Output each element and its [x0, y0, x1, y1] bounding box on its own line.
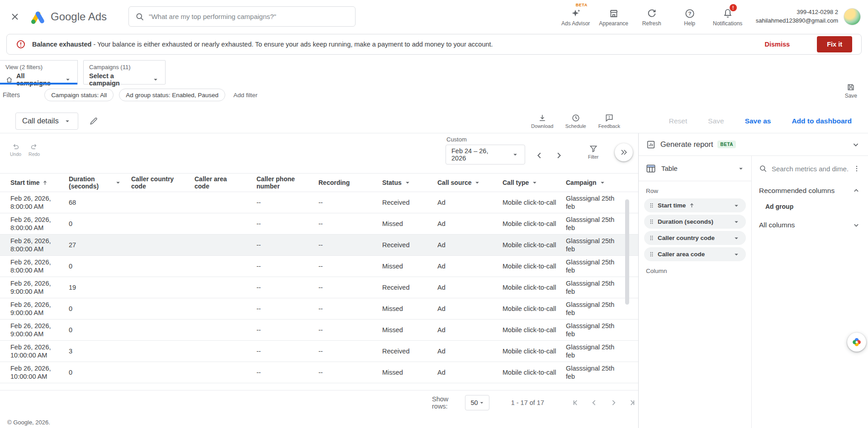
date-range-select[interactable]: Feb 24 – 26, 2026 — [446, 145, 525, 165]
more-options-icon[interactable] — [853, 165, 861, 173]
column-header[interactable]: Call source — [437, 174, 503, 192]
collapse-panel-button[interactable] — [615, 143, 633, 161]
avatar[interactable] — [844, 8, 861, 25]
column-header[interactable]: Start time — [10, 174, 69, 192]
table-cell — [382, 383, 437, 390]
drag-handle-icon[interactable] — [648, 218, 655, 225]
table-cell: -- — [318, 235, 382, 255]
table-row[interactable]: Feb 26, 2026, 9:00:00 AM0----MissedAdMob… — [0, 298, 638, 320]
metrics-search-input[interactable] — [772, 165, 848, 173]
table-row[interactable]: Feb 26, 2026, 8:00:00 AM27----ReceivedAd… — [0, 235, 638, 256]
panel-header[interactable]: Generate report BETA — [639, 133, 868, 156]
topbar-help-button[interactable]: ?Help — [671, 6, 709, 27]
column-header[interactable]: Duration (seconds) — [69, 174, 131, 192]
table-cell: Received — [382, 235, 437, 255]
drag-handle-icon[interactable] — [648, 202, 655, 209]
page-size-select[interactable]: 50 — [465, 395, 489, 410]
add-filter-button[interactable]: Add filter — [233, 92, 257, 99]
all-columns-toggle[interactable]: All columns — [752, 216, 868, 235]
fix-it-button[interactable]: Fix it — [817, 36, 852, 52]
column-header[interactable]: Recording — [318, 174, 382, 192]
help-icon: ? — [684, 8, 695, 19]
topbar-notifications-button[interactable]: !Notifications — [709, 6, 747, 27]
topbar-search[interactable] — [128, 6, 356, 27]
chevron-down-icon — [403, 179, 412, 187]
table-cell: Ad — [437, 213, 503, 234]
chevron-down-icon[interactable] — [851, 140, 861, 150]
chevron-down-icon — [598, 179, 607, 187]
search-input[interactable] — [149, 13, 349, 20]
chevron-down-icon — [732, 234, 740, 242]
column-header[interactable]: Caller phone number — [256, 174, 318, 192]
table-cell: Ad — [437, 235, 503, 255]
chevron-right-icon — [554, 151, 564, 160]
feedback-button[interactable]: Feedback — [596, 113, 623, 129]
table-cell: Glasssignal 25th feb — [566, 256, 628, 277]
table-cell: Received — [382, 277, 437, 298]
topbar-refresh-button[interactable]: Refresh — [633, 6, 671, 27]
assistant-fab-button[interactable] — [847, 333, 866, 352]
table-cell — [194, 192, 256, 213]
first-page-button[interactable] — [569, 397, 581, 409]
account-info[interactable]: 399-412-0298 2 sahilahmed123890@gmail.co… — [756, 8, 838, 24]
drag-handle-icon[interactable] — [648, 235, 655, 241]
table-row[interactable]: Feb 26, 2026, 8:00:00 AM0----MissedAdMob… — [0, 213, 638, 235]
previous-range-button[interactable] — [530, 146, 549, 165]
table-cell: Received — [382, 341, 437, 362]
add-to-dashboard-button[interactable]: Add to dashboard — [792, 117, 852, 125]
metrics-search[interactable] — [752, 156, 868, 181]
sort-ascending-icon — [688, 202, 695, 209]
drag-handle-icon[interactable] — [648, 251, 655, 258]
topbar-ads-advisor-button[interactable]: BETAAds Advisor — [557, 6, 595, 27]
table-row[interactable]: Feb 26, 2026, 8:00:00 AM0----MissedAdMob… — [0, 256, 638, 277]
save-view-button[interactable]: Save — [845, 83, 857, 99]
table-row[interactable]: Feb 26, 2026, 10:00:00 AM3----ReceivedAd… — [0, 341, 638, 362]
table-scrollbar[interactable] — [625, 199, 629, 305]
row-chip[interactable]: Caller area code — [644, 247, 746, 261]
redo-button[interactable]: Redo — [28, 142, 40, 157]
schedule-button[interactable]: Schedule — [562, 113, 589, 129]
column-header[interactable]: Status — [382, 174, 437, 192]
ads-advisor-icon — [570, 8, 581, 19]
topbar-appearance-button[interactable]: Appearance — [595, 6, 633, 27]
next-page-button[interactable] — [607, 397, 619, 409]
column-header[interactable]: Caller area code — [194, 174, 256, 192]
recommended-columns-toggle[interactable]: Recommended columns — [752, 181, 868, 200]
chevron-down-icon — [114, 179, 122, 187]
column-header[interactable]: Call type — [503, 174, 566, 192]
table-row[interactable]: Feb 26, 2026, 8:00:00 AM68----ReceivedAd… — [0, 192, 638, 213]
previous-page-button[interactable] — [588, 397, 600, 409]
table-cell: -- — [318, 277, 382, 298]
dismiss-button[interactable]: Dismiss — [765, 41, 790, 48]
edit-report-button[interactable] — [89, 117, 98, 126]
row-chip[interactable]: Caller country code — [644, 231, 746, 245]
table-row[interactable]: Feb 26, 2026, 9:00:00 AM19----ReceivedAd… — [0, 277, 638, 298]
filter-chip[interactable]: Campaign status: All — [44, 89, 114, 101]
undo-button[interactable]: Undo — [10, 142, 21, 157]
table-row[interactable]: Feb 26, 2026, 10:00:00 AM0----MissedAdMo… — [0, 362, 638, 383]
save-report-button[interactable]: Save — [708, 117, 724, 125]
recommended-column-item[interactable]: Ad group — [752, 200, 868, 216]
row-chip[interactable]: Start time — [644, 198, 746, 212]
campaign-selector[interactable]: Campaigns (11) Select a campaign — [83, 60, 166, 85]
close-icon[interactable] — [9, 11, 21, 23]
download-button[interactable]: Download — [529, 113, 556, 129]
table-filter-button[interactable]: Filter — [588, 144, 598, 160]
view-selector[interactable]: View (2 filters) All campaigns — [0, 60, 78, 85]
reset-button[interactable]: Reset — [669, 117, 688, 125]
viz-type-select[interactable]: Table — [639, 156, 751, 181]
table-row[interactable]: Feb 26, 2026, 9:00:00 AM0----MissedAdMob… — [0, 320, 638, 341]
report-type-select[interactable]: Call details — [15, 113, 78, 130]
table-cell: 3 — [69, 341, 131, 362]
next-range-button[interactable] — [549, 146, 568, 165]
table-row[interactable]: Feb 26, 2026, — [0, 383, 638, 390]
column-header[interactable]: Caller country code — [131, 174, 194, 192]
save-as-button[interactable]: Save as — [745, 117, 771, 125]
chevron-left-icon — [590, 398, 599, 407]
filter-chip[interactable]: Ad group status: Enabled, Paused — [119, 89, 225, 101]
row-chip[interactable]: Duration (seconds) — [644, 215, 746, 229]
last-page-button[interactable] — [626, 397, 638, 409]
column-header[interactable]: Campaign — [566, 174, 628, 192]
table-cell: Mobile click-to-call — [503, 362, 566, 383]
table-cell — [69, 383, 131, 390]
